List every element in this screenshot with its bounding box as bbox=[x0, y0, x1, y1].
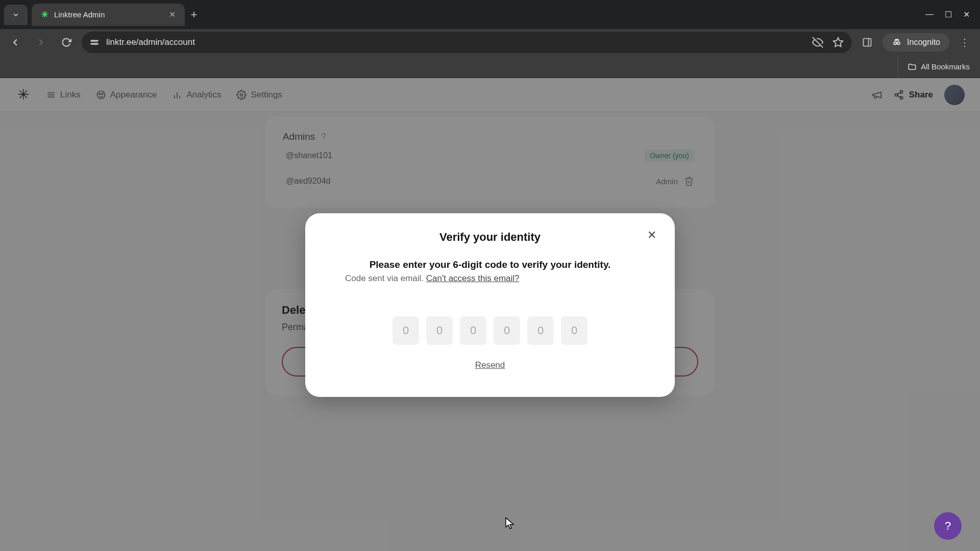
url-text: linktr.ee/admin/account bbox=[106, 37, 195, 47]
svg-point-3 bbox=[95, 43, 96, 45]
browser-menu-icon[interactable]: ⋮ bbox=[954, 36, 975, 48]
side-panel-icon[interactable] bbox=[857, 32, 877, 53]
resend-link[interactable]: Resend bbox=[328, 360, 652, 370]
svg-marker-5 bbox=[834, 38, 843, 46]
help-fab[interactable]: ? bbox=[934, 512, 962, 540]
modal-instruction: Please enter your 6-digit code to verify… bbox=[328, 259, 652, 270]
app-viewport: ✳ Links Appearance Analytics Settings Sh… bbox=[0, 78, 980, 551]
modal-title: Verify your identity bbox=[328, 231, 652, 244]
svg-rect-6 bbox=[864, 39, 871, 46]
svg-point-2 bbox=[92, 40, 94, 42]
bookmark-star-icon[interactable] bbox=[832, 37, 844, 48]
address-bar[interactable]: linktr.ee/admin/account bbox=[82, 32, 852, 53]
modal-subtext: Code sent via email. Can't access this e… bbox=[328, 273, 652, 284]
bookmarks-bar: All Bookmarks bbox=[0, 56, 980, 78]
back-button[interactable] bbox=[5, 32, 26, 53]
tracking-protection-icon[interactable] bbox=[812, 37, 823, 48]
browser-tab[interactable]: ✳ Linktree Admin ✕ bbox=[32, 4, 185, 26]
code-digit-2[interactable] bbox=[426, 316, 453, 345]
incognito-indicator[interactable]: Incognito bbox=[883, 33, 949, 52]
code-digit-6[interactable] bbox=[561, 316, 587, 345]
all-bookmarks-button[interactable]: All Bookmarks bbox=[908, 62, 970, 71]
reload-button[interactable] bbox=[56, 32, 77, 53]
modal-close-icon[interactable]: ✕ bbox=[647, 229, 656, 242]
browser-tab-bar: ✳ Linktree Admin ✕ + — ☐ ✕ bbox=[0, 0, 980, 29]
svg-point-8 bbox=[894, 42, 896, 44]
tab-close-icon[interactable]: ✕ bbox=[167, 10, 177, 19]
tab-title: Linktree Admin bbox=[54, 10, 162, 19]
code-digit-5[interactable] bbox=[527, 316, 554, 345]
svg-point-9 bbox=[897, 42, 900, 44]
minimize-icon[interactable]: — bbox=[925, 10, 934, 19]
forward-button[interactable] bbox=[31, 32, 51, 53]
close-window-icon[interactable]: ✕ bbox=[963, 10, 970, 19]
site-settings-icon[interactable] bbox=[90, 38, 99, 47]
code-input-row bbox=[328, 316, 652, 345]
verify-identity-modal: Verify your identity ✕ Please enter your… bbox=[305, 213, 675, 397]
linktree-favicon: ✳ bbox=[40, 10, 49, 19]
code-digit-4[interactable] bbox=[494, 316, 520, 345]
new-tab-button[interactable]: + bbox=[185, 8, 203, 21]
tab-search-dropdown[interactable] bbox=[4, 5, 28, 25]
window-controls: — ☐ ✕ bbox=[925, 10, 980, 19]
cant-access-link[interactable]: Can't access this email? bbox=[426, 273, 520, 283]
code-digit-1[interactable] bbox=[393, 316, 419, 345]
maximize-icon[interactable]: ☐ bbox=[945, 10, 952, 19]
code-digit-3[interactable] bbox=[460, 316, 486, 345]
browser-toolbar: linktr.ee/admin/account Incognito ⋮ bbox=[0, 29, 980, 56]
incognito-label: Incognito bbox=[907, 38, 940, 47]
all-bookmarks-label: All Bookmarks bbox=[921, 62, 970, 71]
